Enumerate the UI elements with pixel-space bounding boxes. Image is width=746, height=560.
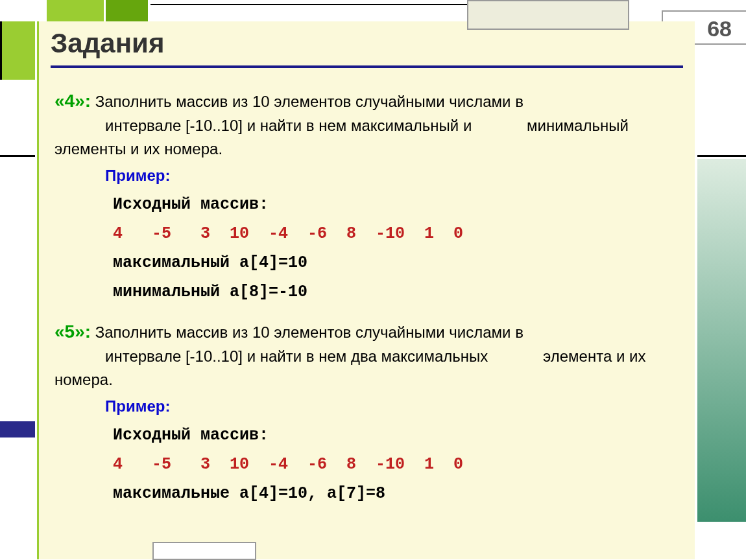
task-5-array: 4 -5 3 10 -4 -6 8 -10 1 0: [54, 452, 679, 476]
slide-content: Задания «4»: Заполнить массив из 10 элем…: [37, 21, 695, 559]
task-5: «5»: Заполнить массив из 10 элементов сл…: [54, 318, 679, 506]
task-4-text-line2: интервале [-10..10] и найти в нем максим…: [54, 117, 472, 134]
task-5-text-line1: Заполнить массив из 10 элементов случайн…: [95, 323, 523, 341]
slide-number: 68: [707, 16, 732, 41]
task-5-example-label: Пример:: [54, 395, 679, 418]
task-4-header: «4»: Заполнить массив из 10 элементов сл…: [54, 88, 679, 114]
deco-bottom-box: [152, 542, 256, 560]
task-4: «4»: Заполнить массив из 10 элементов сл…: [54, 88, 679, 304]
deco-green-block-2: [106, 0, 148, 21]
task-4-text-line1: Заполнить массив из 10 элементов случайн…: [95, 93, 523, 110]
deco-right-line: [697, 155, 746, 157]
task-4-min: минимальный a[8]=-10: [54, 280, 679, 304]
deco-left-line: [0, 155, 35, 157]
task-5-header: «5»: Заполнить массив из 10 элементов сл…: [54, 318, 679, 345]
task-5-source-label: Исходный массив:: [54, 423, 679, 447]
task-5-max: максимальные a[4]=10, a[7]=8: [54, 482, 679, 506]
task-4-example-label: Пример:: [54, 164, 679, 187]
deco-left-blue: [0, 421, 35, 438]
deco-green-block-1: [47, 0, 104, 21]
task-4-max: максимальный a[4]=10: [54, 251, 679, 275]
task-5-label: «5»:: [54, 321, 91, 342]
task-5-text-line2: интервале [-10..10] и найти в нем два ма…: [54, 347, 488, 365]
slide-body: «4»: Заполнить массив из 10 элементов сл…: [39, 68, 695, 506]
task-4-array: 4 -5 3 10 -4 -6 8 -10 1 0: [54, 222, 679, 246]
deco-top-box-beige: [467, 0, 629, 30]
deco-right-gradient: [697, 159, 746, 522]
task-4-label: «4»:: [54, 91, 91, 111]
task-4-source-label: Исходный массив:: [54, 192, 679, 216]
deco-left-green: [0, 21, 35, 80]
deco-top-line: [150, 4, 468, 5]
